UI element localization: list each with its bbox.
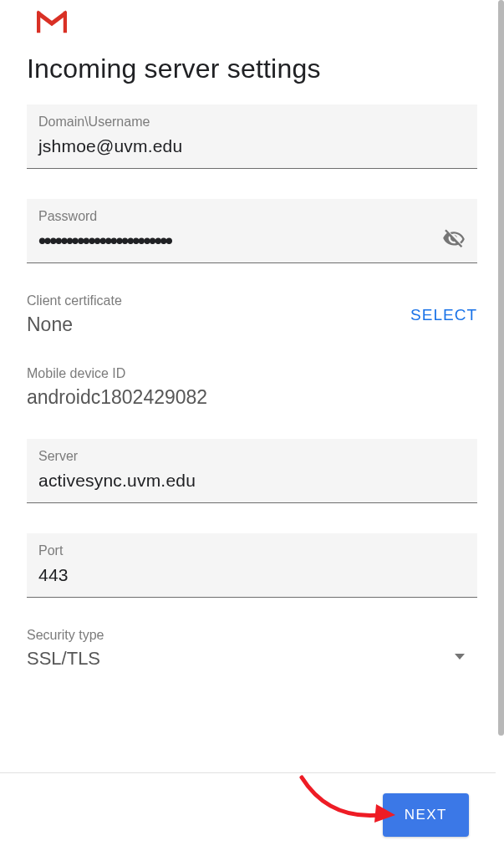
port-value[interactable]: 443 — [38, 565, 466, 585]
username-field[interactable]: Domain\Username jshmoe@uvm.edu — [27, 104, 477, 169]
server-field[interactable]: Server activesync.uvm.edu — [27, 439, 477, 503]
password-label: Password — [38, 209, 466, 224]
security-type-value: SSL/TLS — [27, 648, 477, 670]
mobile-device-id-label: Mobile device ID — [27, 366, 477, 381]
visibility-off-icon[interactable] — [442, 227, 466, 251]
server-value[interactable]: activesync.uvm.edu — [38, 471, 466, 491]
settings-container: Incoming server settings Domain\Username… — [0, 0, 504, 773]
client-certificate-row: Client certificate None SELECT — [27, 293, 477, 336]
client-certificate-info: Client certificate None — [27, 293, 122, 336]
client-certificate-value: None — [27, 313, 122, 336]
port-label: Port — [38, 543, 466, 558]
username-label: Domain\Username — [38, 115, 466, 130]
next-button[interactable]: NEXT — [383, 793, 469, 837]
scrollbar[interactable] — [498, 0, 504, 736]
mobile-device-id-value: androidc1802429082 — [27, 386, 477, 409]
server-label: Server — [38, 449, 466, 464]
footer-bar: NEXT — [0, 772, 496, 856]
password-value[interactable]: •••••••••••••••••••••••• — [38, 231, 466, 251]
mobile-device-id-block: Mobile device ID androidc1802429082 — [27, 366, 477, 409]
security-type-dropdown[interactable]: Security type SSL/TLS — [27, 628, 477, 670]
chevron-down-icon — [454, 650, 466, 665]
password-field[interactable]: Password •••••••••••••••••••••••• — [27, 199, 477, 263]
logo-row — [27, 10, 477, 37]
username-value[interactable]: jshmoe@uvm.edu — [38, 136, 466, 156]
client-certificate-label: Client certificate — [27, 293, 122, 308]
gmail-icon — [37, 10, 67, 37]
select-certificate-button[interactable]: SELECT — [410, 306, 477, 324]
port-field[interactable]: Port 443 — [27, 533, 477, 598]
page-title: Incoming server settings — [27, 54, 477, 84]
security-type-label: Security type — [27, 628, 477, 643]
